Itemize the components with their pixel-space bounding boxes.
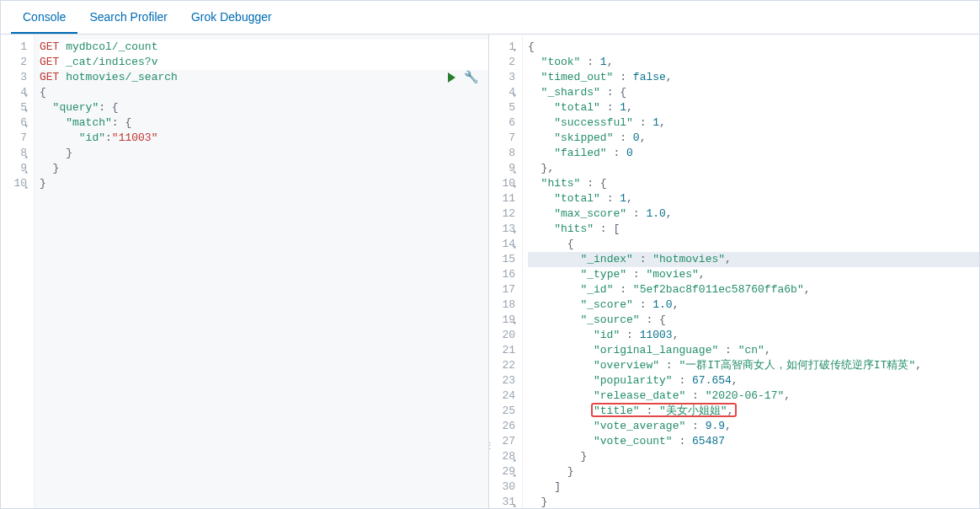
code-line[interactable]: "total" : 1, — [528, 191, 979, 206]
wrench-icon[interactable]: 🔧 — [464, 70, 478, 85]
code-line[interactable]: "_shards" : { — [528, 85, 979, 100]
request-actions: 🔧 — [448, 70, 478, 85]
response-gutter: 1▾234▾56789▴10▾111213▾14▾1516171819▾2021… — [489, 35, 523, 508]
code-line[interactable]: "hits" : [ — [528, 222, 979, 237]
code-line[interactable]: "query": { — [40, 100, 488, 115]
code-line[interactable]: "vote_count" : 65487 — [528, 434, 979, 449]
code-line[interactable]: "overview" : "一群IT高智商女人，如何打破传统逆序IT精英", — [528, 358, 979, 373]
code-line[interactable]: } — [40, 176, 488, 191]
code-line[interactable]: "successful" : 1, — [528, 115, 979, 131]
code-line[interactable]: "id":"11003" — [40, 131, 488, 146]
tabs-bar: Console Search Profiler Grok Debugger — [1, 1, 979, 35]
code-line[interactable]: "original_language" : "cn", — [528, 343, 979, 358]
code-line[interactable]: "total" : 1, — [528, 100, 979, 115]
code-line[interactable]: }, — [528, 161, 979, 176]
code-line[interactable]: "_index" : "hotmovies", — [528, 252, 979, 267]
tab-grok-debugger[interactable]: Grok Debugger — [179, 1, 284, 34]
code-line[interactable]: } — [528, 495, 979, 508]
code-line[interactable]: "id" : 11003, — [528, 328, 979, 343]
code-line[interactable]: "title" : "美女小姐姐", — [528, 404, 979, 419]
code-line[interactable]: "_source" : { — [528, 313, 979, 328]
response-viewer[interactable]: { "took" : 1, "timed_out" : false, "_sha… — [523, 35, 979, 508]
code-line[interactable]: { — [40, 85, 488, 100]
code-line[interactable]: GET hotmovies/_search — [40, 70, 488, 85]
code-line[interactable]: "vote_average" : 9.9, — [528, 419, 979, 434]
code-line[interactable]: } — [528, 464, 979, 480]
code-line[interactable]: { — [528, 237, 979, 252]
code-line[interactable]: } — [528, 449, 979, 464]
code-line[interactable]: { — [528, 40, 979, 55]
request-editor[interactable]: GET mydbcol/_countGET _cat/indices?vGET … — [35, 35, 488, 508]
code-line[interactable]: "max_score" : 1.0, — [528, 206, 979, 222]
code-line[interactable]: GET _cat/indices?v — [40, 55, 488, 70]
run-icon[interactable] — [448, 72, 455, 83]
code-line[interactable]: "took" : 1, — [528, 55, 979, 70]
code-line[interactable]: "_score" : 1.0, — [528, 297, 979, 313]
code-line[interactable]: GET mydbcol/_count — [40, 40, 488, 55]
request-pane: 1234▾5▾6▾78▴9▴10▴ GET mydbcol/_countGET … — [1, 35, 489, 508]
code-line[interactable]: "_type" : "movies", — [528, 267, 979, 282]
code-line[interactable]: "_id" : "5ef2bac8f011ec58760ffa6b", — [528, 282, 979, 297]
code-line[interactable]: ] — [528, 480, 979, 495]
code-line[interactable]: } — [40, 146, 488, 161]
code-line[interactable]: "skipped" : 0, — [528, 131, 979, 146]
code-line[interactable]: "release_date" : "2020-06-17", — [528, 388, 979, 404]
response-pane: ⋮ 1▾234▾56789▴10▾111213▾14▾1516171819▾20… — [489, 35, 979, 508]
tab-console[interactable]: Console — [11, 1, 77, 34]
editor-split: 1234▾5▾6▾78▴9▴10▴ GET mydbcol/_countGET … — [1, 35, 979, 508]
request-gutter: 1234▾5▾6▾78▴9▴10▴ — [1, 35, 35, 508]
code-line[interactable]: "hits" : { — [528, 176, 979, 191]
code-line[interactable]: "popularity" : 67.654, — [528, 373, 979, 388]
tab-search-profiler[interactable]: Search Profiler — [77, 1, 179, 34]
code-line[interactable]: } — [40, 161, 488, 176]
code-line[interactable]: "failed" : 0 — [528, 146, 979, 161]
code-line[interactable]: "match": { — [40, 115, 488, 131]
code-line[interactable]: "timed_out" : false, — [528, 70, 979, 85]
